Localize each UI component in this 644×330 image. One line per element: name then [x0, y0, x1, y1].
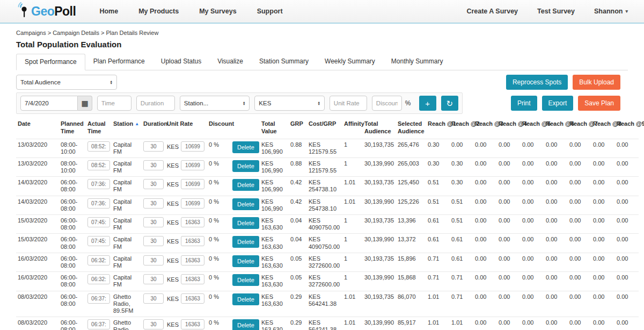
export-button[interactable]: Export: [542, 96, 574, 111]
bulk-upload-button[interactable]: Bulk Upload: [573, 75, 620, 90]
delete-button[interactable]: Delete: [232, 160, 259, 172]
col-header-reach-2: Reach @2: [450, 119, 473, 139]
duration-input[interactable]: [136, 96, 175, 111]
tab-weekly-summary[interactable]: Weekly Summary: [317, 54, 383, 70]
unit-rate-input[interactable]: [181, 319, 204, 329]
table-row: 08/03/202006:00-08:00Ghetto Radio, 89.5F…: [16, 291, 639, 317]
reprocess-spots-button[interactable]: Reprocess Spots: [506, 75, 568, 90]
actual-time-input[interactable]: [87, 179, 110, 189]
add-spot-button[interactable]: +: [419, 96, 436, 111]
duration-cell: [142, 215, 165, 234]
currency-label: KES: [167, 198, 179, 207]
actual-time-input[interactable]: [87, 217, 110, 227]
col-header-station[interactable]: Station▲: [112, 119, 142, 139]
station-select[interactable]: Station... ▲▼: [180, 96, 250, 111]
unit-rate-input[interactable]: [181, 293, 204, 304]
refresh-button[interactable]: ↻: [441, 96, 458, 111]
delete-button[interactable]: Delete: [232, 236, 259, 248]
spot-table-body: 13/03/202008:00-10:00Capital FMKES0 %Del…: [16, 139, 639, 330]
planned-time-cell: 06:00-08:00: [59, 253, 86, 271]
nav-item-create-a-survey[interactable]: Create A Survey: [466, 8, 518, 15]
unit-rate-input[interactable]: [181, 274, 204, 284]
planned-time-cell: 06:00-08:00: [59, 291, 86, 317]
actual-time-input[interactable]: [87, 141, 110, 152]
actual-time-input[interactable]: [87, 160, 110, 170]
col-header-reach-9: Reach @9: [615, 119, 639, 139]
duration-input[interactable]: [143, 160, 164, 170]
user-menu[interactable]: Shannon ▾: [594, 8, 628, 15]
unit-rate-input[interactable]: [181, 236, 204, 246]
reach-5-cell: 0.00: [521, 253, 544, 271]
reach-8-cell: 0.00: [591, 253, 615, 271]
tab-spot-performance[interactable]: Spot Performance: [16, 54, 85, 70]
unit-rate-input[interactable]: [181, 160, 204, 170]
unit-rate-input[interactable]: [181, 255, 204, 266]
currency-select[interactable]: KES ▲▼: [254, 96, 324, 111]
duration-input[interactable]: [143, 141, 164, 152]
date-cell: 16/03/2020: [16, 253, 59, 271]
discount-cell: 0 %: [207, 177, 231, 196]
tab-upload-status[interactable]: Upload Status: [153, 54, 209, 70]
duration-input[interactable]: [143, 198, 164, 209]
breadcrumb[interactable]: Campaigns > Campaign Details > Plan Deta…: [0, 24, 644, 36]
nav-item-home[interactable]: Home: [99, 8, 118, 15]
actual-time-input[interactable]: [87, 236, 110, 246]
cost-grp-cell: KES 4090750.00: [307, 215, 342, 234]
delete-button[interactable]: Delete: [232, 198, 259, 210]
print-button[interactable]: Print: [511, 96, 537, 111]
nav-item-my-products[interactable]: My Products: [138, 8, 179, 15]
duration-input[interactable]: [143, 179, 164, 189]
delete-button[interactable]: Delete: [232, 293, 259, 305]
tab-plan-performance[interactable]: Plan Performance: [85, 54, 153, 70]
reach-1-cell: 0.51: [426, 177, 450, 196]
save-plan-button[interactable]: Save Plan: [578, 96, 620, 111]
actual-time-input[interactable]: [87, 255, 110, 266]
col-header-cost-grp: Cost/GRP: [307, 119, 342, 139]
delete-button[interactable]: Delete: [232, 141, 259, 153]
delete-button[interactable]: Delete: [232, 274, 259, 286]
duration-input[interactable]: [143, 319, 164, 329]
unit-rate-input[interactable]: [181, 141, 204, 152]
duration-input[interactable]: [143, 236, 164, 246]
reach-5-cell: 0.00: [521, 291, 544, 317]
discount-cell: 0 %: [207, 234, 231, 253]
discount-input[interactable]: [372, 96, 402, 111]
cost-grp-cell: KES 4090750.00: [307, 234, 342, 253]
nav-item-my-surveys[interactable]: My Surveys: [199, 8, 236, 15]
duration-input[interactable]: [143, 274, 164, 284]
nav-item-support[interactable]: Support: [257, 8, 283, 15]
tab-station-summary[interactable]: Station Summary: [251, 54, 317, 70]
geopoll-logo[interactable]: GeoPoll: [16, 3, 76, 20]
unit-rate-input[interactable]: [330, 96, 367, 111]
reach-2-cell: 0.30: [450, 177, 473, 196]
actual-time-input[interactable]: [87, 198, 110, 209]
actual-time-input[interactable]: [87, 274, 110, 284]
tab-visualize[interactable]: Visualize: [209, 54, 251, 70]
unit-rate-cell: KES: [165, 234, 207, 248]
duration-input[interactable]: [143, 293, 164, 304]
cost-grp-cell: KES 3272600.00: [307, 272, 342, 291]
calendar-icon[interactable]: ▦: [78, 96, 92, 111]
delete-button[interactable]: Delete: [232, 319, 259, 330]
reach-7-cell: 0.00: [568, 291, 591, 317]
tab-monthly-summary[interactable]: Monthly Summary: [383, 54, 451, 70]
unit-rate-input[interactable]: [181, 179, 204, 189]
delete-button[interactable]: Delete: [232, 179, 259, 191]
discount-cell: 0 %: [207, 317, 231, 330]
unit-rate-input[interactable]: [181, 217, 204, 227]
delete-button[interactable]: Delete: [232, 217, 259, 229]
actual-time-input[interactable]: [87, 319, 110, 329]
duration-cell: [142, 196, 165, 214]
duration-input[interactable]: [143, 217, 164, 227]
audience-select[interactable]: Total Audience ▲▼: [16, 75, 117, 90]
delete-button[interactable]: Delete: [232, 255, 259, 267]
nav-item-test-survey[interactable]: Test Survey: [537, 8, 575, 15]
duration-input[interactable]: [143, 255, 164, 266]
actual-time-input[interactable]: [87, 293, 110, 304]
unit-rate-input[interactable]: [181, 198, 204, 209]
reach-3-cell: 0.00: [473, 272, 497, 291]
time-input[interactable]: [97, 96, 131, 111]
station-cell: Ghetto Radio, 89.5FM: [112, 291, 142, 317]
total-audience-cell: 30,139,990: [363, 272, 396, 291]
date-input[interactable]: [20, 96, 78, 111]
